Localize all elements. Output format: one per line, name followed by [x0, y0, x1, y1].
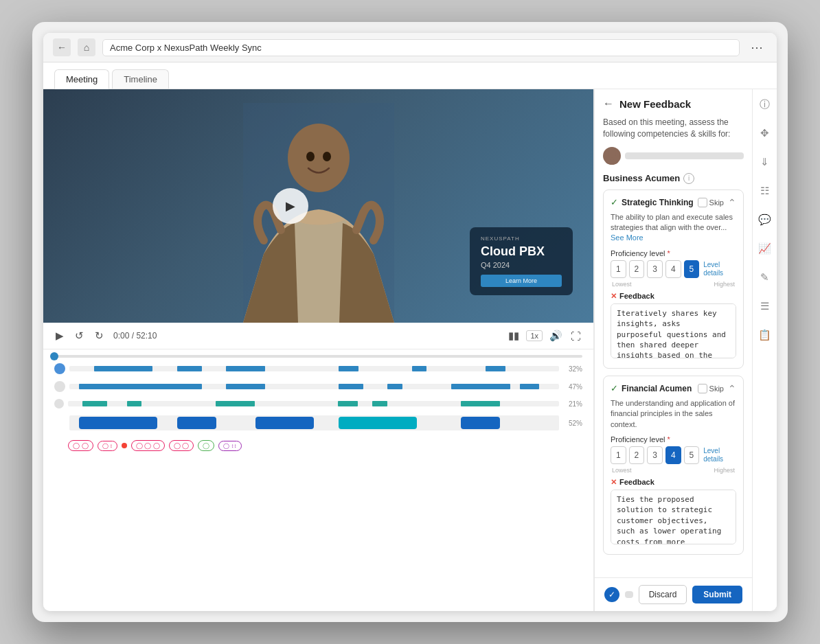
tab-meeting[interactable]: Meeting [54, 69, 109, 89]
grid-side-icon[interactable]: ✥ [755, 124, 775, 143]
reaction-bubble: ◯ [198, 440, 214, 451]
feedback-side-icon[interactable]: 📋 [755, 325, 775, 345]
feedback-textarea-1[interactable]: Iteratively shares key insights, asks pu… [611, 303, 736, 358]
video-controls: ▶ ↺ ↻ 0:00 / 52:10 ▮▮ 1x [43, 323, 593, 349]
skip-checkbox[interactable] [698, 198, 707, 207]
info-icon[interactable]: i [683, 173, 694, 184]
level-5-button[interactable]: 5 [684, 446, 700, 464]
slide-logo: NEXUSPATH [481, 235, 562, 242]
back-button[interactable]: ← [53, 38, 71, 56]
feedback-icon: ✕ [611, 478, 617, 487]
competency-card-financial-acumen: ✓ Financial Acumen Skip ⌃ [603, 376, 744, 555]
notes-side-icon[interactable]: ☷ [755, 181, 775, 200]
avatar [54, 363, 65, 374]
feedback-subtitle: Based on this meeting, assess the follow… [603, 117, 744, 140]
discard-button[interactable]: Discard [639, 585, 687, 604]
skip-checkbox[interactable] [698, 384, 707, 393]
play-button[interactable]: ▶ [273, 188, 308, 224]
feedback-header: ← New Feedback [603, 97, 744, 110]
level-5-button[interactable]: 5 [684, 260, 700, 278]
svg-point-4 [608, 150, 616, 158]
info-side-icon[interactable]: ⓘ [755, 95, 775, 114]
see-more-link[interactable]: See More [611, 233, 644, 242]
slide-overlay: NEXUSPATH Cloud PBX Q4 2024 Learn More [470, 227, 573, 295]
level-1-button[interactable]: 1 [611, 446, 626, 464]
reaction-bubble: ◯ ↕ [98, 441, 117, 451]
level-details-link[interactable]: Level details [703, 261, 736, 277]
chat-side-icon[interactable]: 💬 [755, 210, 775, 229]
collapse-button[interactable]: ⌃ [728, 197, 736, 208]
feedback-scroll-content: ← New Feedback Based on this meeting, as… [595, 89, 752, 577]
level-details-link[interactable]: Level details [703, 447, 736, 463]
comp-name: Financial Acumen [622, 384, 692, 393]
level-3-button[interactable]: 3 [647, 260, 663, 278]
progress-bar-area [43, 349, 593, 358]
edit-side-icon[interactable]: ✎ [755, 268, 775, 287]
proficiency-label: Proficiency level * [611, 249, 736, 257]
bottom-bar: ✓ Discard Submit [595, 577, 752, 611]
feedback-panel: ← New Feedback Based on this meeting, as… [594, 89, 752, 611]
volume-button[interactable]: 🔊 [548, 328, 564, 343]
more-menu-button[interactable]: ⋯ [747, 38, 767, 56]
feedback-textarea-2[interactable]: Ties the proposed solution to strategic … [611, 490, 736, 544]
level-labels: Lowest Highest [611, 467, 736, 474]
comp-name-area: ✓ Strategic Thinking [611, 197, 694, 207]
level-4-button[interactable]: 4 [665, 260, 681, 278]
speed-button[interactable]: 1x [526, 330, 543, 341]
timeline-area: 32% [43, 358, 593, 457]
main-layout: ▶ NEXUSPATH Cloud PBX Q4 2024 Learn More [43, 89, 777, 611]
level-3-button[interactable]: 3 [647, 446, 663, 464]
reaction-bubble: ◯ ◯ ◯ [131, 440, 165, 451]
check-icon: ✓ [611, 383, 618, 393]
comp-actions: Skip ⌃ [698, 197, 736, 208]
marker-dot [122, 443, 127, 448]
submit-check-icon: ✓ [604, 587, 619, 602]
rewind-button[interactable]: ↺ [73, 328, 85, 343]
person-avatar [603, 147, 621, 165]
level-2-button[interactable]: 2 [629, 260, 645, 278]
level-2-button[interactable]: 2 [629, 446, 645, 464]
progress-bar[interactable] [54, 355, 582, 358]
browser-window: ← ⌂ Acme Corp x NexusPath Weekly Sync ⋯ … [43, 33, 777, 611]
skip-toggle[interactable]: Skip [698, 198, 724, 207]
timeline-row: 47% [54, 381, 582, 392]
timeline-track [68, 401, 559, 406]
tab-timeline[interactable]: Timeline [112, 69, 169, 89]
chart-side-icon[interactable]: 📈 [755, 239, 775, 258]
timeline-row: 32% [54, 363, 582, 374]
list-side-icon[interactable]: ☰ [755, 297, 775, 316]
device-frame: ← ⌂ Acme Corp x NexusPath Weekly Sync ⋯ … [32, 22, 788, 622]
control-group-right: ▮▮ 1x 🔊 ⛶ [507, 328, 582, 343]
level-1-button[interactable]: 1 [611, 260, 626, 278]
timeline-track [69, 366, 559, 371]
svg-point-3 [323, 152, 331, 161]
collapse-button[interactable]: ⌃ [728, 383, 736, 394]
svg-point-1 [288, 124, 350, 192]
comp-card-header: ✓ Strategic Thinking Skip ⌃ [611, 197, 736, 208]
time-display: 0:00 / 52:10 [113, 331, 157, 341]
play-pause-button[interactable]: ▶ [54, 328, 65, 343]
home-button[interactable]: ⌂ [78, 38, 95, 56]
section-title: Business Acumen [603, 173, 680, 183]
section-header: Business Acumen i [603, 173, 744, 184]
check-icon: ✓ [611, 197, 618, 207]
percentage-label: 47% [563, 383, 582, 391]
slide-product: Cloud PBX [481, 244, 562, 260]
submit-button[interactable]: Submit [692, 586, 742, 603]
forward-button[interactable]: ↻ [93, 328, 105, 343]
tab-bar: Meeting Timeline [43, 62, 777, 89]
timeline-row: 21% [54, 399, 582, 409]
slide-cta-button[interactable]: Learn More [481, 275, 562, 287]
fullscreen-button[interactable]: ⛶ [569, 329, 582, 343]
comp-card-header: ✓ Financial Acumen Skip ⌃ [611, 383, 736, 394]
download-side-icon[interactable]: ⇓ [755, 152, 775, 172]
feedback-title: New Feedback [619, 98, 691, 110]
skip-toggle[interactable]: Skip [698, 384, 724, 393]
level-row: 1 2 3 4 5 Level details [611, 446, 736, 464]
reaction-row: ◯ ◯ ◯ ↕ ◯ ◯ ◯ ◯ ◯ ◯ ◯ ↕↕ [54, 440, 582, 451]
captions-button[interactable]: ▮▮ [507, 328, 521, 343]
comp-description: The understanding and application of fin… [611, 398, 736, 430]
percentage-label: 32% [563, 365, 582, 373]
back-button[interactable]: ← [603, 97, 614, 110]
level-4-button[interactable]: 4 [665, 446, 681, 464]
